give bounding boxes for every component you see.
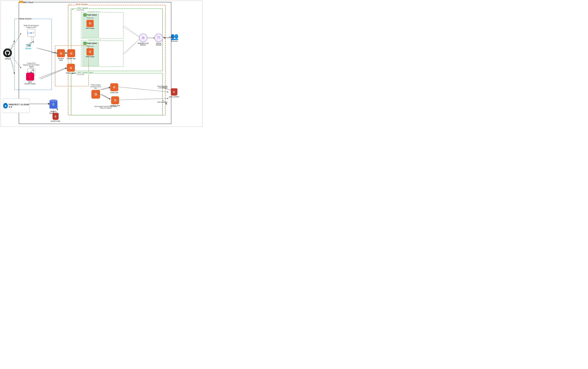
docker-icon: 🐋: [25, 42, 31, 48]
subnet-a-label: Public Subnet: [87, 14, 97, 16]
post-poem-label: POST /poem: [169, 36, 178, 38]
svg-line-17: [41, 68, 67, 79]
svg-line-42: [39, 68, 66, 78]
svg-line-44: [123, 39, 140, 54]
vpc-prefect-cidr: 10.0.0.0/16: [77, 74, 84, 75]
az-b-label: Availability Zone B: [87, 39, 101, 41]
amazon-ecr-icon: ▤: [57, 49, 65, 57]
prefect-agent-service-icon: ▤: [67, 64, 75, 72]
prefect-cloud-logo: ◈ PREFECT CLOUD 2.0: [3, 103, 30, 109]
fargate-a-label: AWS Fargate: [86, 28, 94, 29]
internet-gateway-icon: ⛩: [155, 34, 163, 42]
cloudformation-icon: ⋮: [26, 73, 34, 81]
github-item: GitHub: [3, 49, 12, 60]
load-balancer-item: ⊞ Application LoadBalancer: [138, 34, 148, 46]
internet-gateway-label: InternetGateway: [156, 42, 161, 46]
vpc-default-label: VPC / default: [77, 7, 89, 9]
subnet-b-label: Public Subnet: [87, 43, 97, 44]
cloudformation-item: ⋮ AWSCloudFormation: [24, 73, 36, 85]
prefect-agent-service-label: Prefect-Agent: [66, 72, 76, 74]
datalake-flow-item: ⚙ datalake_flow: [110, 96, 120, 106]
vpc-prefect-label: VPC / prefect-agent: [77, 72, 94, 74]
amazon-dynamodb-item: 🗄 AmazonDynamoDB: [49, 101, 57, 114]
github-label: GitHub: [5, 58, 10, 60]
amazon-ecr-item: ▤ AmazonECR: [57, 49, 65, 61]
svg-line-43: [123, 27, 140, 37]
github-actions-1: Build & Push ServiceImage to ECR ▷●✓: [22, 25, 40, 37]
svg-line-15: [39, 49, 56, 53]
diagram: AWS Cloud aws ECS Cluster ⬡ VPC / defaul…: [0, 0, 203, 128]
github-actions-label: GitHub Actions: [17, 18, 32, 20]
prefect-cloud-icon: ◈: [3, 103, 8, 109]
ecs-icon: ⬡: [69, 3, 71, 6]
cloudformation-label: AWSCloudFormation: [24, 81, 36, 85]
model-flow-icon: ⚙: [110, 83, 118, 91]
subnet-a-lock-icon: 🔒: [84, 13, 87, 17]
aws-logo-icon: aws: [19, 1, 23, 4]
docker-label: Docker: [25, 48, 31, 50]
fargate-a: ⚙ AWS Fargate: [84, 20, 97, 29]
load-balancer-icon: ⊞: [139, 34, 147, 42]
internet-gateway-item: ⛩ InternetGateway: [155, 34, 163, 46]
fargate-a-icon: ⚙: [86, 20, 94, 27]
model-flow-item: ⚙ model_flow: [110, 83, 118, 93]
svg-line-40: [36, 48, 57, 53]
prefect-agent-ecs-item: Prefect Agentrunning in ECS24/7 ⚙: [87, 84, 105, 99]
docker-item: 🐋 Docker: [25, 42, 31, 50]
vpc-default-cidr: 10.0.0.0/16: [77, 9, 84, 11]
triggers-label: Triggers: [5, 48, 11, 50]
load-balancer-label: Application LoadBalancer: [138, 42, 148, 46]
svg-line-50: [119, 99, 168, 100]
read-raw-data-label: Read Raw Data& Write Model: [143, 85, 168, 89]
datalake-flow-icon: ⚙: [111, 96, 119, 104]
fargate-b-label: AWS Fargate: [86, 56, 94, 58]
ecs-cluster-label: ECS Cluster: [75, 3, 88, 6]
prefect-agent-ecs-icon: ⚙: [91, 90, 100, 99]
terraform-state-icon: 🗑: [52, 113, 59, 120]
az-a-label: Availability Zone A: [87, 11, 101, 13]
end-user-label: End-user: [171, 40, 178, 42]
amazon-dynamodb-icon: 🗄: [50, 101, 57, 110]
github-actions-1-icon: ▷●✓: [27, 29, 35, 37]
public-subnet-a: 🔒 Public Subnet fastapi-app ⚙ AWS Fargat…: [84, 13, 97, 29]
project-artifacts-label: project_artifacts: [169, 96, 179, 98]
ecs-fargate-task-label: ECS Fargate Task Running PrefectFlow in …: [85, 106, 126, 109]
aws-cloud-label: AWS Cloud: [22, 1, 34, 3]
subnet-b-app: fastapi-app: [84, 45, 97, 47]
prefect-cloud-text: PREFECT CLOUD 2.0: [9, 103, 30, 108]
prefect-agent-service-item: ▤ Prefect-Agent: [66, 64, 76, 74]
model-flow-label: model_flow: [110, 92, 118, 93]
fargate-b-icon: ⚙: [86, 48, 94, 55]
amazon-ecr-label: AmazonECR: [58, 58, 64, 61]
project-artifacts-item: 🗑 project_artifacts: [169, 88, 179, 98]
write-raw-data-label: Write Raw Data: [143, 101, 168, 103]
github-icon: [3, 49, 12, 57]
subnet-a-app: fastapi-app: [84, 17, 97, 19]
prefect-cloud-box: ◈ PREFECT CLOUD 2.0: [3, 99, 30, 113]
fastapi-app-label: FastApi-App: [67, 58, 75, 59]
fastapi-app-icon: ▤: [67, 49, 75, 57]
subnet-b-lock-icon: 🔒: [84, 42, 87, 45]
fargate-b: ⚙ AWS Fargate: [84, 48, 97, 58]
prefect-agent-ecs-label: Prefect Agentrunning in ECS24/7: [90, 84, 101, 89]
project-artifacts-icon: 🗑: [171, 88, 177, 96]
terraform-state-label: terraform-state: [51, 120, 60, 122]
svg-text:aws: aws: [20, 1, 22, 3]
vpc-default-icon: ☁: [71, 7, 74, 10]
public-subnet-b: 🔒 Public Subnet fastapi-app ⚙ AWS Fargat…: [84, 42, 97, 58]
terraform-state-item: 🗑 terraform-state: [51, 113, 60, 122]
fastapi-app-item: ▤ FastApi-App: [67, 49, 75, 59]
